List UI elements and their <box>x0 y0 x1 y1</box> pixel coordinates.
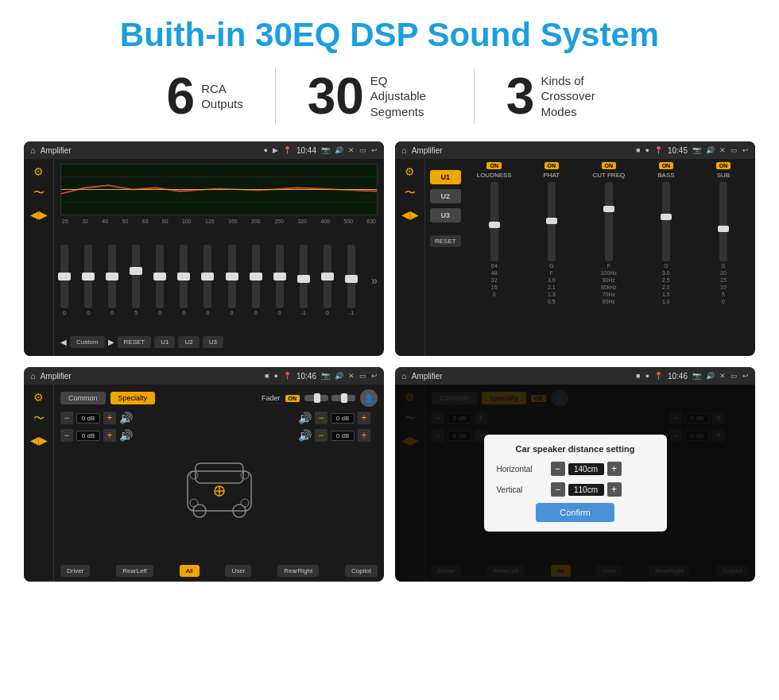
window-icon-1[interactable]: ▭ <box>359 146 366 154</box>
distance-dialog: Car speaker distance setting Horizontal … <box>484 435 667 532</box>
volume-icon-3[interactable]: 🔊 <box>335 372 343 380</box>
x-icon-2[interactable]: ✕ <box>719 146 726 154</box>
camera-icon-1[interactable]: 📷 <box>321 146 330 154</box>
camera-icon-2[interactable]: 📷 <box>692 146 701 154</box>
fader-wave-icon[interactable]: 〜 <box>33 412 45 426</box>
x-icon-4[interactable]: ✕ <box>719 372 726 380</box>
ctrl-phat-slider[interactable] <box>548 182 556 261</box>
crossover-u-buttons: U1 U2 U3 RESET <box>430 162 461 353</box>
ctrl-bass-label: BASS <box>657 172 674 179</box>
eq-u1-button[interactable]: U1 <box>154 336 175 348</box>
window-icon-3[interactable]: ▭ <box>359 372 366 380</box>
dialog-horizontal-label: Horizontal <box>497 465 545 474</box>
fader-copilot-btn[interactable]: Copilot <box>345 565 378 577</box>
fader-user-btn[interactable]: User <box>225 565 251 577</box>
location-icon-2: 📍 <box>654 146 663 154</box>
cross-wave-icon[interactable]: 〜 <box>405 186 416 200</box>
eq-reset-button[interactable]: RESET <box>118 336 152 348</box>
fader-tab-specialty[interactable]: Specialty <box>110 392 156 404</box>
fader-driver-btn[interactable]: Driver <box>60 565 90 577</box>
home-icon-3[interactable]: ⌂ <box>30 371 36 381</box>
db-control-3: 🔊 − 0 dB + <box>298 412 378 424</box>
ctrl-bass-slider[interactable] <box>662 182 670 261</box>
home-icon-1[interactable]: ⌂ <box>30 145 36 155</box>
home-icon-2[interactable]: ⌂ <box>401 145 407 155</box>
screen-fader: ⌂ Amplifier ■ ● 📍 10:46 📷 🔊 ✕ ▭ ↩ ⚙ 〜 ◀▶ <box>24 367 384 582</box>
eq-more-icon[interactable]: » <box>371 274 378 287</box>
fader-rearright-btn[interactable]: RearRight <box>277 565 319 577</box>
volume-icon-1[interactable]: 🔊 <box>335 146 343 154</box>
crossover-u1-button[interactable]: U1 <box>430 170 461 184</box>
back-icon-4[interactable]: ↩ <box>742 372 749 380</box>
home-icon-4[interactable]: ⌂ <box>401 371 407 381</box>
horizontal-minus-btn[interactable]: − <box>551 462 565 476</box>
ctrl-loudness-label: LOUDNESS <box>477 172 512 179</box>
eq-u2-button[interactable]: U2 <box>178 336 199 348</box>
db-minus-4[interactable]: − <box>315 429 327 442</box>
db-minus-2[interactable]: − <box>60 429 73 442</box>
eq-filter-icon[interactable]: ⚙ <box>33 165 44 178</box>
eq-prev-button[interactable]: ◀ <box>60 338 67 346</box>
fader-all-btn[interactable]: All <box>180 565 200 577</box>
location-icon-4: 📍 <box>654 372 663 380</box>
horizontal-plus-btn[interactable]: + <box>607 462 622 476</box>
eq-play-button[interactable]: ▶ <box>108 338 114 346</box>
confirm-button[interactable]: Confirm <box>536 503 614 522</box>
ctrl-cutfreq-slider[interactable] <box>605 182 613 261</box>
crossover-reset-button[interactable]: RESET <box>430 235 461 247</box>
crossover-main-area: U1 U2 U3 RESET ON LOUDNESS 644832160 <box>425 159 755 356</box>
fader-filter-icon[interactable]: ⚙ <box>33 391 44 404</box>
camera-icon-3[interactable]: 📷 <box>321 372 330 380</box>
dialog-vertical-label: Vertical <box>497 485 545 494</box>
ctrl-loudness-slider[interactable] <box>490 182 498 261</box>
eq-graph-svg <box>61 164 377 215</box>
camera-icon-4[interactable]: 📷 <box>692 372 701 380</box>
profile-icon[interactable]: 👤 <box>360 389 378 407</box>
ctrl-sub-slider[interactable] <box>719 182 727 261</box>
eq-bottom-controls: ◀ Custom ▶ RESET U1 U2 U3 <box>60 333 378 351</box>
fader-tab-common[interactable]: Common <box>60 392 106 404</box>
db-minus-3[interactable]: − <box>315 412 327 424</box>
back-icon-3[interactable]: ↩ <box>371 372 378 380</box>
volume-icon-2[interactable]: 🔊 <box>706 146 715 154</box>
fader-slider-1[interactable] <box>304 395 328 401</box>
x-icon-3[interactable]: ✕ <box>348 372 355 380</box>
page-container: Buith-in 30EQ DSP Sound System 6 RCA Out… <box>0 0 779 598</box>
fader-slider-2[interactable] <box>331 395 355 401</box>
db-plus-1[interactable]: + <box>103 412 116 424</box>
x-icon-1[interactable]: ✕ <box>348 146 355 154</box>
db-value-4: 0 dB <box>331 431 355 441</box>
eq-u3-button[interactable]: U3 <box>203 336 223 348</box>
dot-icon-2: ■ <box>636 146 640 154</box>
crossover-u2-button[interactable]: U2 <box>430 189 461 203</box>
eq-slider-1: 0 <box>60 245 68 315</box>
db-plus-3[interactable]: + <box>358 412 370 424</box>
window-icon-4[interactable]: ▭ <box>731 372 738 380</box>
db-plus-4[interactable]: + <box>358 429 370 442</box>
vertical-minus-btn[interactable]: − <box>551 482 565 497</box>
cross-vol-icon[interactable]: ◀▶ <box>401 208 419 221</box>
back-icon-1[interactable]: ↩ <box>371 146 378 154</box>
fader-main-area: Common Specialty Fader ON 👤 − <box>54 385 384 582</box>
crossover-u3-button[interactable]: U3 <box>430 208 461 222</box>
status-time-2: 10:45 <box>668 146 688 155</box>
fader-vol-icon[interactable]: ◀▶ <box>30 434 48 447</box>
window-icon-2[interactable]: ▭ <box>731 146 738 154</box>
volume-icon-4[interactable]: 🔊 <box>706 372 715 380</box>
eq-wave-icon[interactable]: 〜 <box>33 186 45 200</box>
eq-slider-9: 0 <box>252 245 260 315</box>
vertical-plus-btn[interactable]: + <box>607 482 622 497</box>
db-plus-2[interactable]: + <box>103 429 116 442</box>
eq-vol-icon[interactable]: ◀▶ <box>30 208 48 221</box>
status-title-1: Amplifier <box>41 146 259 155</box>
stat-number-rca: 6 <box>167 71 196 122</box>
fader-rearleft-btn[interactable]: RearLeft <box>116 565 153 577</box>
play-icon-1[interactable]: ▶ <box>273 146 278 154</box>
cross-filter-icon[interactable]: ⚙ <box>405 165 415 178</box>
eq-slider-4: 5 <box>132 245 140 315</box>
db-minus-1[interactable]: − <box>60 412 73 424</box>
back-icon-2[interactable]: ↩ <box>742 146 749 154</box>
status-time-4: 10:46 <box>668 372 688 381</box>
eq-custom-button[interactable]: Custom <box>70 336 105 348</box>
svg-point-12 <box>190 499 198 507</box>
